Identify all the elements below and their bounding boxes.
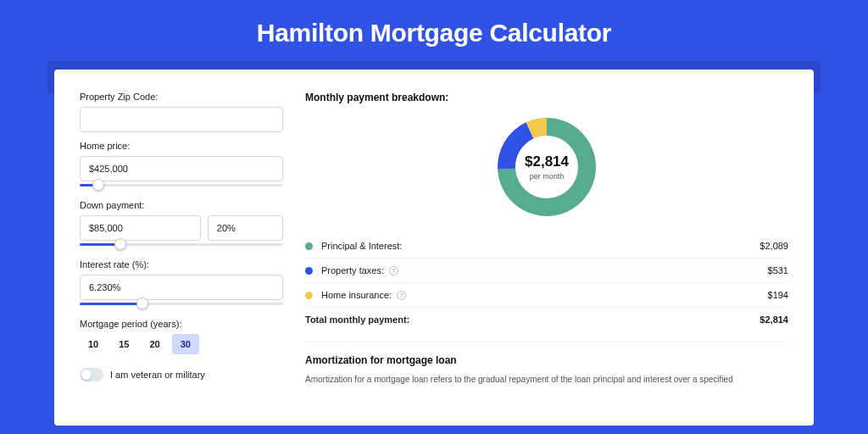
legend-name: Home insurance:	[321, 290, 392, 300]
breakdown-title: Monthly payment breakdown:	[305, 92, 788, 103]
donut-amount: $2,814	[525, 153, 569, 170]
veteran-toggle[interactable]	[80, 368, 103, 381]
period-tab-20[interactable]: 20	[142, 334, 169, 354]
legend-dot-icon	[305, 292, 313, 299]
legend-name: Principal & Interest:	[321, 241, 402, 251]
legend-row-principal: Principal & Interest:$2,089	[305, 234, 788, 259]
period-tab-10[interactable]: 10	[80, 334, 107, 354]
zip-field: Property Zip Code:	[80, 92, 283, 132]
period-label: Mortgage period (years):	[80, 319, 283, 329]
interest-rate-label: Interest rate (%):	[80, 259, 283, 270]
amortization-title: Amortization for mortgage loan	[305, 354, 788, 366]
home-price-input[interactable]	[80, 156, 283, 181]
down-payment-percent-input[interactable]	[208, 215, 283, 241]
info-icon[interactable]: ?	[389, 266, 398, 275]
down-payment-label: Down payment:	[80, 200, 283, 210]
down-payment-field: Down payment:	[80, 200, 283, 251]
info-icon[interactable]: ?	[397, 291, 406, 300]
veteran-row: I am veteran or military	[80, 368, 283, 381]
interest-rate-field: Interest rate (%):	[80, 259, 283, 310]
legend-dot-icon	[305, 242, 313, 250]
down-payment-slider[interactable]	[80, 239, 283, 251]
veteran-label: I am veteran or military	[110, 370, 205, 380]
period-tabs: 10152030	[80, 334, 283, 354]
breakdown-column: Monthly payment breakdown: $2,814 per mo…	[305, 92, 788, 403]
legend-row-insurance: Home insurance:?$194	[305, 283, 788, 308]
zip-label: Property Zip Code:	[80, 92, 283, 102]
donut-frequency: per month	[530, 172, 565, 181]
period-tab-30[interactable]: 30	[172, 334, 199, 354]
period-tab-15[interactable]: 15	[110, 334, 137, 354]
calculator-card: Property Zip Code: Home price: Down paym…	[54, 70, 814, 426]
amortization-section: Amortization for mortgage loan Amortizat…	[305, 342, 788, 386]
breakdown-legend: Principal & Interest:$2,089Property taxe…	[305, 234, 788, 308]
legend-value: $194	[768, 290, 788, 300]
period-field: Mortgage period (years): 10152030	[80, 319, 283, 354]
interest-rate-input[interactable]	[80, 275, 283, 300]
legend-dot-icon	[305, 267, 313, 275]
home-price-label: Home price:	[80, 141, 283, 151]
down-payment-amount-input[interactable]	[80, 215, 201, 241]
legend-value: $2,089	[760, 241, 788, 251]
total-label: Total monthly payment:	[305, 314, 409, 325]
legend-row-taxes: Property taxes:?$531	[305, 259, 788, 283]
legend-name: Property taxes:	[321, 265, 384, 275]
legend-value: $531	[768, 265, 788, 275]
input-column: Property Zip Code: Home price: Down paym…	[80, 92, 283, 403]
interest-rate-slider[interactable]	[80, 298, 283, 310]
amortization-text: Amortization for a mortgage loan refers …	[305, 373, 788, 386]
total-value: $2,814	[760, 314, 788, 325]
total-row: Total monthly payment: $2,814	[305, 308, 788, 331]
page-title: Hamilton Mortgage Calculator	[0, 19, 868, 47]
zip-input[interactable]	[80, 107, 283, 132]
home-price-slider[interactable]	[80, 180, 283, 192]
donut-chart: $2,814 per month	[495, 115, 598, 219]
home-price-field: Home price:	[80, 141, 283, 192]
